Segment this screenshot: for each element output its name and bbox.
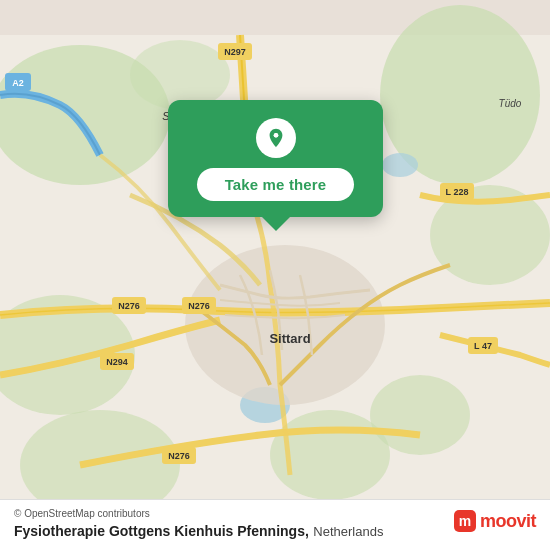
- moovit-brand-text: moovit: [480, 511, 536, 532]
- svg-text:L 228: L 228: [446, 187, 469, 197]
- location-pin-icon: [256, 118, 296, 158]
- svg-point-10: [382, 153, 418, 177]
- svg-text:N276: N276: [168, 451, 190, 461]
- svg-text:m: m: [459, 513, 471, 529]
- svg-text:N294: N294: [106, 357, 128, 367]
- popup-card: Take me there: [168, 100, 383, 217]
- svg-text:N276: N276: [188, 301, 210, 311]
- take-me-there-button[interactable]: Take me there: [197, 168, 355, 201]
- location-country: Netherlands: [313, 524, 383, 539]
- svg-text:Tüdo: Tüdo: [499, 98, 522, 109]
- bottom-bar: © OpenStreetMap contributors Fysiotherap…: [0, 499, 550, 550]
- location-name: Fysiotherapie Gottgens Kienhuis Pfenning…: [14, 523, 309, 539]
- map-container: A2 N297 N276 N276 N276 N294 L 228 L 47 S…: [0, 0, 550, 550]
- moovit-logo: m moovit: [454, 510, 536, 532]
- svg-text:L 47: L 47: [474, 341, 492, 351]
- svg-text:N297: N297: [224, 47, 246, 57]
- svg-text:Sittard: Sittard: [269, 331, 310, 346]
- moovit-logo-icon: m: [454, 510, 476, 532]
- svg-point-31: [273, 133, 278, 138]
- svg-text:N276: N276: [118, 301, 140, 311]
- svg-text:A2: A2: [12, 78, 24, 88]
